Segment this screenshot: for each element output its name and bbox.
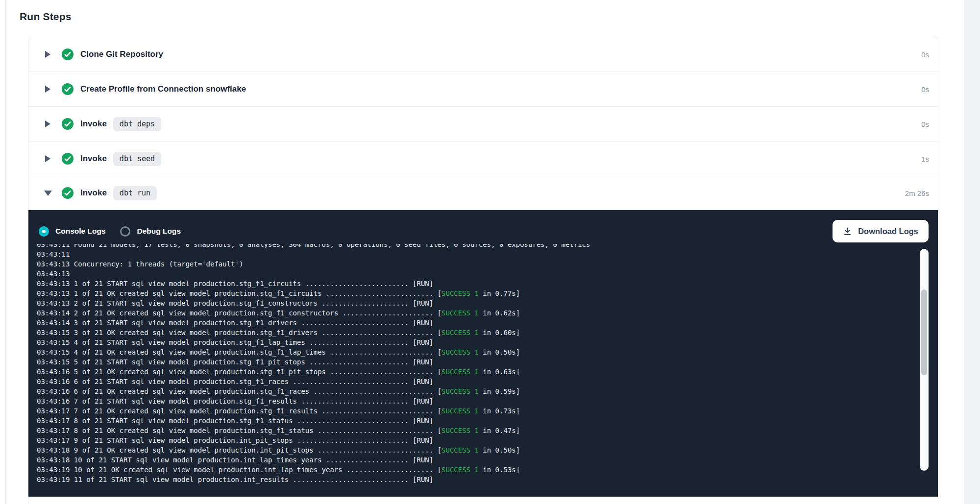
success-check-icon [62,118,74,130]
step-duration: 2m 26s [905,189,929,197]
log-line: 03:43:15 4 of 21 START sql view model pr… [37,337,874,347]
step-row[interactable]: Invoke dbt run 2m 26s [28,176,938,210]
log-line: 03:43:18 10 of 21 START sql view model p… [37,455,874,465]
log-type-radio-group: Console Logs Debug Logs [39,226,196,237]
step-row[interactable]: Invoke dbt deps 0s [28,107,938,142]
radio-label: Console Logs [55,227,105,236]
log-timestamp: 03:43:14 [37,319,70,327]
log-timestamp: 03:43:13 [37,289,70,297]
log-line: 03:43:18 9 of 21 OK created sql view mod… [37,445,874,455]
console-toolbar: Console Logs Debug Logs Download Logs [39,220,929,242]
log-line: 03:43:17 8 of 21 OK created sql view mod… [37,426,874,435]
step-label: Invoke [80,119,107,129]
step-duration: 0s [921,85,929,94]
chevron-expander-icon[interactable] [44,86,52,93]
step-row[interactable]: Invoke dbt seed 1s [28,142,938,176]
log-type-radio[interactable]: Debug Logs [120,226,181,237]
log-timestamp: 03:43:18 [37,456,70,464]
radio-label: Debug Logs [137,227,181,236]
log-line: 03:43:19 10 of 21 OK created sql view mo… [37,465,874,475]
step-duration: 1s [921,155,929,163]
log-line: 03:43:15 3 of 21 OK created sql view mod… [37,328,874,337]
log-line: 03:43:14 2 of 21 OK created sql view mod… [37,308,874,318]
step-label: Clone Git Repository [80,49,163,59]
log-timestamp: 03:43:17 [37,436,70,444]
log-line: 03:43:19 11 of 21 START sql view model p… [37,475,874,484]
log-line: 03:43:16 6 of 21 OK created sql view mod… [37,386,874,396]
step-command-badge: dbt run [113,186,157,200]
log-line: 03:43:15 4 of 21 OK created sql view mod… [37,347,874,357]
chevron-expander-icon[interactable] [44,120,52,127]
chevron-expander-icon[interactable] [44,191,52,196]
chevron-expander-icon[interactable] [44,155,52,162]
log-line: 03:43:17 8 of 21 START sql view model pr… [37,416,874,426]
log-timestamp: 03:43:19 [37,476,70,483]
log-line: 03:43:17 9 of 21 START sql view model pr… [37,435,874,445]
log-timestamp: 03:43:19 [37,466,70,474]
download-icon [843,227,852,236]
log-timestamp: 03:43:15 [37,338,70,346]
log-scrollbar-track[interactable] [920,249,929,471]
step-row[interactable]: Clone Git Repository 0s [28,37,938,72]
log-timestamp: 03:43:17 [37,417,70,425]
log-line: 03:43:13 1 of 21 START sql view model pr… [37,279,874,288]
log-line: 03:43:15 5 of 21 START sql view model pr… [37,357,874,367]
page-title: Run Steps [20,11,72,23]
log-line: 03:43:14 3 of 21 START sql view model pr… [37,318,874,328]
log-timestamp: 03:43:15 [37,329,70,336]
download-logs-label: Download Logs [858,227,918,236]
log-timestamp: 03:43:13 [37,260,70,268]
log-timestamp: 03:43:13 [37,299,70,307]
log-timestamp: 03:43:16 [37,368,70,376]
success-check-icon [62,153,74,165]
log-scrollbar-thumb[interactable] [921,289,927,375]
log-lines: 03:43:11 Found 21 models, 17 tests, 0 sn… [37,244,874,484]
step-label: Invoke [80,154,107,164]
log-timestamp: 03:43:16 [37,387,70,395]
log-timestamp: 03:43:17 [37,427,70,434]
success-check-icon [62,48,74,60]
log-line: 03:43:13 1 of 21 OK created sql view mod… [37,288,874,298]
log-timestamp: 03:43:16 [37,378,70,385]
log-timestamp: 03:43:15 [37,358,70,366]
step-command-badge: dbt seed [113,152,161,166]
success-check-icon [62,187,74,199]
log-line: 03:43:16 5 of 21 OK created sql view mod… [37,367,874,377]
console-log-output[interactable]: 03:43:11 Found 21 models, 17 tests, 0 sn… [37,244,874,497]
step-duration: 0s [921,50,929,59]
step-command-badge: dbt deps [113,117,161,131]
steps-card: Clone Git Repository 0s Create Profile f… [28,37,938,504]
log-line: 03:43:11 Found 21 models, 17 tests, 0 sn… [37,244,874,249]
log-timestamp: 03:43:14 [37,309,70,317]
radio-icon[interactable] [39,226,49,237]
log-line: 03:43:13 2 of 21 START sql view model pr… [37,298,874,308]
log-timestamp: 03:43:11 [37,250,70,258]
left-panel-divider [5,0,6,504]
console-panel: Console Logs Debug Logs Download Logs 03… [28,210,938,497]
step-label: Invoke [80,188,107,198]
chevron-expander-icon[interactable] [44,51,52,58]
download-logs-button[interactable]: Download Logs [833,220,929,242]
log-timestamp: 03:43:17 [37,407,70,415]
log-timestamp: 03:43:18 [37,446,70,454]
step-label: Create Profile from Connection snowflake [80,84,246,94]
log-timestamp: 03:43:15 [37,348,70,356]
log-timestamp: 03:43:13 [37,270,70,278]
log-line: 03:43:13 [37,269,874,279]
right-page-gutter [964,0,980,504]
log-timestamp: 03:43:11 [37,244,70,248]
log-line: 03:43:17 7 of 21 OK created sql view mod… [37,406,874,416]
log-line: 03:43:11 [37,249,874,259]
step-row[interactable]: Create Profile from Connection snowflake… [28,72,938,107]
log-timestamp: 03:43:16 [37,397,70,405]
log-type-radio[interactable]: Console Logs [39,226,105,237]
log-line: 03:43:16 6 of 21 START sql view model pr… [37,377,874,386]
step-duration: 0s [921,120,929,128]
log-timestamp: 03:43:13 [37,280,70,288]
radio-icon[interactable] [120,226,130,237]
log-line: 03:43:13 Concurrency: 1 threads (target=… [37,259,874,269]
success-check-icon [62,83,74,95]
log-line: 03:43:16 7 of 21 START sql view model pr… [37,396,874,406]
